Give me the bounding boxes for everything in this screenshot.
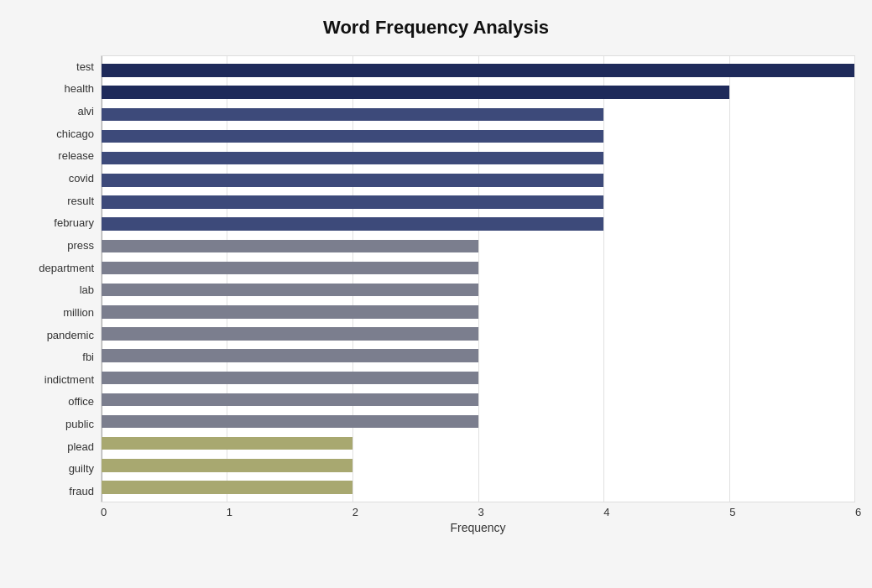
y-label-office: office [68, 396, 94, 407]
bar-plead [102, 437, 352, 450]
bars-inner [102, 56, 854, 502]
bar-alvi [102, 108, 603, 122]
chart-container: Word Frequency Analysis testhealthalvich… [0, 0, 872, 588]
bar-fraud [102, 481, 352, 494]
bar-row-result [102, 191, 854, 213]
y-label-covid: covid [69, 173, 94, 184]
bar-press [102, 240, 478, 253]
bar-row-covid [102, 169, 854, 191]
y-label-lab: lab [80, 284, 94, 295]
y-label-test: test [76, 61, 94, 72]
bar-office [102, 393, 478, 407]
bar-row-alvi [102, 103, 854, 125]
bar-row-lab [102, 279, 854, 301]
grid-line-6 [854, 56, 855, 502]
y-label-february: february [54, 217, 94, 228]
bar-guilty [102, 459, 352, 472]
y-label-million: million [63, 307, 94, 318]
bar-row-department [102, 257, 854, 278]
bars-and-x-axis: 0123456 Frequency [101, 55, 855, 534]
bar-row-plead [102, 433, 854, 455]
bar-test [102, 64, 854, 77]
bar-february [102, 217, 603, 231]
bar-pandemic [102, 327, 478, 341]
bar-row-release [102, 148, 854, 169]
bar-row-pandemic [102, 323, 854, 345]
bar-row-indictment [102, 367, 854, 388]
bar-fbi [102, 349, 478, 362]
y-label-plead: plead [67, 441, 94, 452]
y-label-alvi: alvi [77, 106, 94, 117]
bar-row-chicago [102, 125, 854, 147]
bar-department [102, 262, 478, 275]
bar-indictment [102, 372, 478, 385]
y-label-fbi: fbi [82, 351, 94, 362]
bar-covid [102, 174, 603, 187]
y-label-chicago: chicago [56, 128, 94, 139]
bar-row-fraud [102, 476, 854, 498]
bar-row-february [102, 213, 854, 235]
bar-public [102, 415, 478, 429]
chart-title: Word Frequency Analysis [17, 17, 855, 39]
y-label-guilty: guilty [69, 463, 94, 474]
bar-release [102, 152, 603, 165]
bar-lab [102, 284, 478, 297]
bar-health [102, 86, 729, 99]
bar-million [102, 305, 478, 319]
bars-section [101, 55, 855, 502]
bar-row-press [102, 235, 854, 257]
y-label-release: release [58, 150, 94, 161]
y-axis-labels: testhealthalvichicagoreleasecovidresultf… [17, 55, 101, 534]
bar-row-test [102, 60, 854, 81]
bar-row-fbi [102, 345, 854, 367]
x-ticks: 0123456 [101, 502, 855, 506]
bar-chicago [102, 130, 603, 143]
y-label-public: public [65, 419, 94, 429]
x-axis: 0123456 Frequency [101, 502, 855, 534]
bar-row-health [102, 81, 854, 103]
y-label-health: health [65, 83, 94, 94]
bar-row-public [102, 411, 854, 433]
bar-row-guilty [102, 455, 854, 476]
x-axis-label: Frequency [101, 521, 855, 534]
bar-row-office [102, 388, 854, 410]
y-label-pandemic: pandemic [47, 330, 94, 341]
y-label-result: result [67, 195, 94, 206]
bar-result [102, 195, 603, 209]
bar-row-million [102, 301, 854, 323]
y-label-indictment: indictment [44, 374, 94, 385]
y-label-department: department [39, 263, 94, 273]
chart-area: testhealthalvichicagoreleasecovidresultf… [17, 55, 855, 534]
y-label-press: press [67, 240, 94, 251]
y-label-fraud: fraud [69, 486, 94, 497]
